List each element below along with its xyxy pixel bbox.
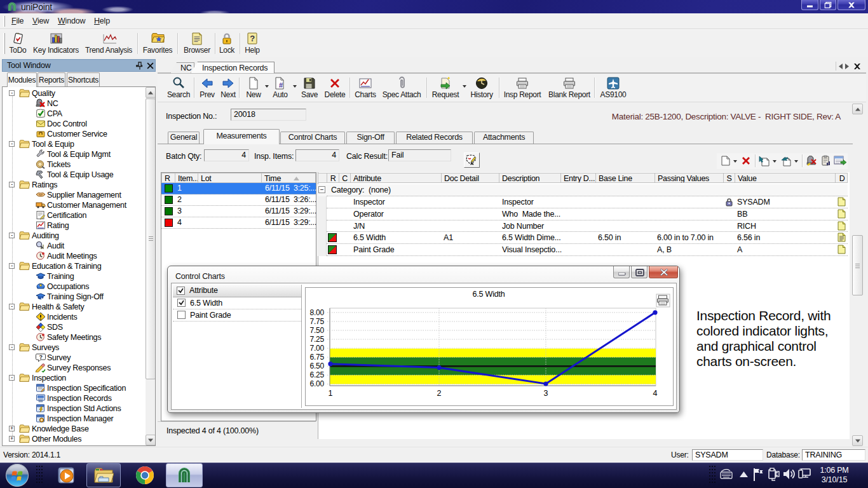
svg-text:7.00: 7.00 (309, 344, 324, 353)
svg-text:7.25: 7.25 (309, 335, 324, 344)
svg-text:3: 3 (544, 389, 548, 398)
svg-text:6.50: 6.50 (309, 362, 324, 370)
svg-text:6.75: 6.75 (309, 353, 324, 362)
svg-text:8.00: 8.00 (309, 308, 324, 317)
svg-text:?: ? (39, 354, 42, 360)
svg-text:#: # (279, 81, 283, 89)
svg-text:4: 4 (653, 389, 658, 398)
svg-text:7.75: 7.75 (309, 317, 324, 326)
svg-text:6.5 Width: 6.5 Width (472, 290, 505, 299)
svg-text:1: 1 (329, 389, 333, 398)
svg-text:6.25: 6.25 (309, 370, 324, 379)
svg-text:?: ? (250, 34, 255, 43)
svg-text:7.50: 7.50 (309, 326, 324, 335)
svg-text:2: 2 (437, 389, 442, 398)
svg-text:6.00: 6.00 (309, 379, 324, 388)
